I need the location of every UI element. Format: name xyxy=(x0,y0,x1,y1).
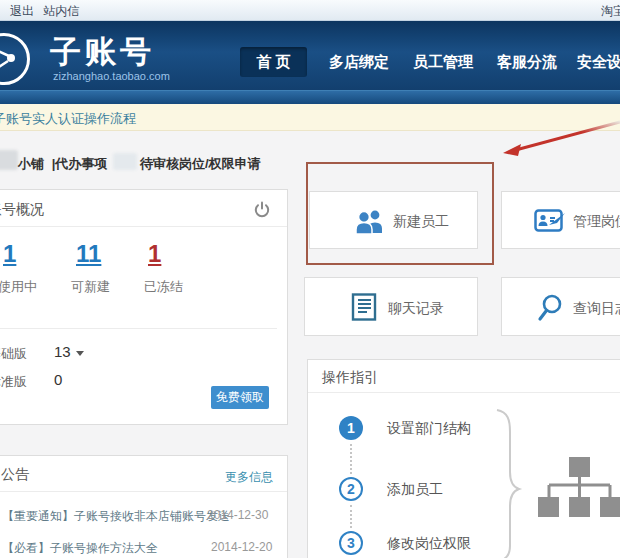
page: ，退出 站内信 淘宝网 子账号 zizhanghao.taobao.com 首 … xyxy=(0,0,620,558)
stat-in-use-label: 使用中 xyxy=(0,278,37,296)
nav-home[interactable]: 首 页 xyxy=(240,47,307,77)
todo-link[interactable]: 代办事项 xyxy=(55,156,107,171)
chevron-down-icon xyxy=(76,351,84,356)
step-3-label: 修改岗位权限 xyxy=(387,535,471,553)
org-chart-icon xyxy=(538,457,620,523)
free-claim-button[interactable]: 免费领取 xyxy=(211,386,269,409)
stat-frozen-label: 已冻结 xyxy=(144,278,183,296)
guide-divider xyxy=(308,392,620,393)
top-utility-bar: ，退出 站内信 淘宝网 xyxy=(0,0,620,21)
site-message-link[interactable]: 站内信 xyxy=(43,4,79,18)
announcements-divider xyxy=(0,491,287,492)
step-1-label: 设置部门结构 xyxy=(387,420,471,438)
plan-basic-value-dropdown[interactable]: 13 xyxy=(54,343,84,360)
announcement-item[interactable]: 【重要通知】子账号接收非本店铺账号发送 xyxy=(2,508,230,525)
search-icon xyxy=(537,293,565,326)
account-overview-panel: 子账号概况 1 使用中 11 可新建 1 已冻结 基础版 13 标准版 0 免费… xyxy=(0,189,288,425)
taobao-link[interactable]: 淘宝网 xyxy=(601,3,620,20)
plan-basic-label: 基础版 xyxy=(0,345,27,363)
overview-title: 子账号概况 xyxy=(0,201,44,219)
step-connector xyxy=(350,444,352,474)
stat-in-use-value[interactable]: 1 xyxy=(3,240,16,268)
overview-header-divider xyxy=(0,226,287,227)
overview-mid-divider xyxy=(0,328,277,329)
chat-log-icon xyxy=(351,293,379,326)
notice-bar: 子账号实人认证操作流程 xyxy=(0,104,620,131)
step-3-circle: 3 xyxy=(339,531,363,555)
announcement-item[interactable]: 【必看】子账号操作方法大全 xyxy=(2,540,158,557)
announcements-panel: 公告 更多信息 【重要通知】子账号接收非本店铺账号发送 2014-12-30 【… xyxy=(0,455,288,558)
nav-service-routing[interactable]: 客服分流 xyxy=(497,47,557,77)
power-icon[interactable] xyxy=(253,201,271,219)
announcements-title: 公告 xyxy=(1,466,29,484)
header-bottom-band xyxy=(0,90,620,104)
id-badge-icon xyxy=(534,207,568,239)
plan-standard-value: 0 xyxy=(54,371,62,388)
annotation-highlight-rect xyxy=(306,162,494,265)
plan-standard-label: 标准版 xyxy=(0,373,27,391)
logo-icon xyxy=(0,33,30,85)
step-connector xyxy=(350,505,352,528)
step-1-circle: 1 xyxy=(339,416,363,440)
pending-approval-link[interactable]: 待审核岗位/权限申请 xyxy=(140,155,261,173)
manage-roles-button[interactable]: 管理岗位 xyxy=(501,191,620,249)
announcement-date: 2014-12-20 xyxy=(211,540,272,554)
stat-creatable-label: 可新建 xyxy=(71,278,110,296)
step-2-circle: 2 xyxy=(339,477,363,501)
guide-title: 操作指引 xyxy=(322,369,378,387)
redacted-count xyxy=(113,153,137,170)
nav-multi-store-binding[interactable]: 多店绑定 xyxy=(329,47,389,77)
top-left-links: ，退出 站内信 xyxy=(0,3,79,20)
logout-link[interactable]: 退出 xyxy=(10,4,34,18)
more-info-link[interactable]: 更多信息 xyxy=(225,469,273,486)
query-log-button[interactable]: 查询日志 xyxy=(501,277,620,336)
stat-frozen-value[interactable]: 1 xyxy=(148,240,161,268)
stat-creatable-value[interactable]: 11 xyxy=(76,240,101,268)
logo-domain: zizhanghao.taobao.com xyxy=(53,70,170,82)
red-arrow-head xyxy=(503,144,521,156)
realname-verification-guide-link[interactable]: 子账号实人认证操作流程 xyxy=(0,110,136,128)
announcement-date: 2014-12-30 xyxy=(207,508,268,522)
nav-employee-management[interactable]: 员工管理 xyxy=(413,47,473,77)
shop-name-suffix: 小铺 |代办事项 xyxy=(18,155,107,173)
logo-title: 子账号 xyxy=(50,31,155,73)
chat-log-button[interactable]: 聊天记录 xyxy=(304,277,478,336)
step-2-label: 添加员工 xyxy=(387,481,443,499)
username-fragment: ， xyxy=(0,4,4,18)
redacted-shop-name xyxy=(0,150,18,170)
nav-security-settings[interactable]: 安全设置 xyxy=(577,47,620,77)
